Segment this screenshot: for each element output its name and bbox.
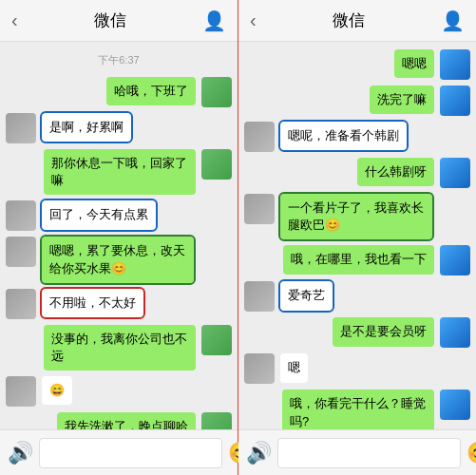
- left-title: 微信: [94, 10, 126, 31]
- left-messages: 下午6:37 哈哦，下班了 是啊，好累啊 那你休息一下哦，回家了嘛 回了，今天有…: [0, 42, 238, 429]
- avatar: [6, 113, 36, 143]
- message-row: 没事的，我离你公司也不远: [6, 325, 232, 370]
- bubble: 不用啦，不太好: [42, 289, 143, 317]
- bubble: 回了，今天有点累: [42, 200, 156, 229]
- bubble: 是啊，好累啊: [42, 113, 131, 142]
- message-row: 我先洗漱了，晚点聊哈: [6, 412, 232, 429]
- message-row: 什么韩剧呀: [244, 158, 470, 188]
- message-row: 哦，你看完干什么？睡觉吗?: [244, 390, 470, 429]
- message-row: 嗯呢，准备看个韩剧: [244, 122, 470, 152]
- avatar: [440, 317, 470, 348]
- bubble: 那你休息一下哦，回家了嘛: [44, 149, 196, 195]
- bubble: 是不是要会员呀: [333, 317, 434, 346]
- bubble: 洗完了嘛: [370, 86, 434, 114]
- left-header: ‹ 微信 👤: [0, 0, 238, 42]
- right-title: 微信: [333, 10, 365, 31]
- left-input-bar: 🔊 😊 +: [0, 429, 238, 475]
- avatar: [201, 412, 232, 429]
- avatar: [440, 86, 470, 116]
- left-input-field[interactable]: [39, 438, 222, 468]
- message-row: 哈哦，下班了: [6, 77, 232, 107]
- bubble: 嗯: [280, 353, 308, 382]
- right-emoji-icon[interactable]: 😊: [466, 441, 476, 466]
- right-voice-icon[interactable]: 🔊: [246, 441, 272, 466]
- message-row: 是啊，好累啊: [6, 113, 232, 143]
- avatar: [201, 77, 232, 107]
- bubble: 嗯嗯，累了要休息，改天给你买水果😊: [42, 237, 194, 282]
- message-row: 一个看片子了，我喜欢长腿欧巴😊: [244, 194, 470, 239]
- message-row: 嗯: [244, 353, 470, 384]
- avatar: [244, 281, 275, 312]
- avatar: [6, 289, 36, 319]
- right-back-icon[interactable]: ‹: [250, 10, 257, 31]
- avatar: [201, 325, 232, 355]
- bubble: 没事的，我离你公司也不远: [44, 325, 196, 370]
- message-row: 爱奇艺: [244, 281, 470, 312]
- right-header: ‹ 微信 👤: [238, 0, 476, 42]
- right-person-icon[interactable]: 👤: [441, 10, 465, 32]
- bubble: 一个看片子了，我喜欢长腿欧巴😊: [280, 194, 432, 239]
- avatar: [440, 390, 470, 420]
- timestamp: 下午6:37: [6, 53, 232, 67]
- avatar: [6, 376, 36, 407]
- avatar: [440, 49, 470, 80]
- avatar: [6, 200, 36, 231]
- message-row: 是不是要会员呀: [244, 317, 470, 348]
- left-back-icon[interactable]: ‹: [11, 10, 18, 31]
- right-chat-panel: ‹ 微信 👤 嗯嗯 洗完了嘛 嗯呢，准备看个韩剧 什么韩剧呀 一个看片子了，我喜…: [238, 0, 476, 475]
- bubble: 嗯呢，准备看个韩剧: [280, 122, 407, 150]
- voice-icon[interactable]: 🔊: [8, 441, 33, 466]
- bubble: 爱奇艺: [280, 281, 333, 310]
- message-row: 😄: [6, 376, 232, 407]
- left-chat-panel: ‹ 微信 👤 下午6:37 哈哦，下班了 是啊，好累啊 那你休息一下哦，回家了嘛…: [0, 0, 238, 475]
- bubble: 😄: [42, 376, 72, 405]
- message-row: 嗯嗯，累了要休息，改天给你买水果😊: [6, 237, 232, 282]
- left-person-icon[interactable]: 👤: [202, 10, 226, 32]
- message-row: 洗完了嘛: [244, 86, 470, 116]
- message-row: 那你休息一下哦，回家了嘛: [6, 149, 232, 195]
- avatar: [244, 122, 275, 152]
- bubble: 嗯嗯: [394, 49, 434, 78]
- bubble: 哦，在哪里，我也看一下: [283, 245, 434, 274]
- avatar: [244, 353, 275, 384]
- right-input-bar: 🔊 😊 +: [238, 429, 476, 475]
- avatar: [6, 237, 36, 267]
- right-input-field[interactable]: [277, 438, 461, 468]
- bubble: 我先洗漱了，晚点聊哈: [57, 412, 196, 429]
- message-row: 哦，在哪里，我也看一下: [244, 245, 470, 276]
- message-row: 不用啦，不太好: [6, 289, 232, 319]
- avatar: [201, 149, 232, 180]
- avatar: [244, 194, 275, 224]
- avatar: [440, 158, 470, 188]
- avatar: [440, 245, 470, 276]
- bubble: 哦，你看完干什么？睡觉吗?: [282, 390, 434, 429]
- message-row: 回了，今天有点累: [6, 200, 232, 231]
- message-row: 嗯嗯: [244, 49, 470, 80]
- bubble: 哈哦，下班了: [106, 77, 196, 105]
- right-messages: 嗯嗯 洗完了嘛 嗯呢，准备看个韩剧 什么韩剧呀 一个看片子了，我喜欢长腿欧巴😊 …: [238, 42, 476, 429]
- bubble: 什么韩剧呀: [357, 158, 434, 186]
